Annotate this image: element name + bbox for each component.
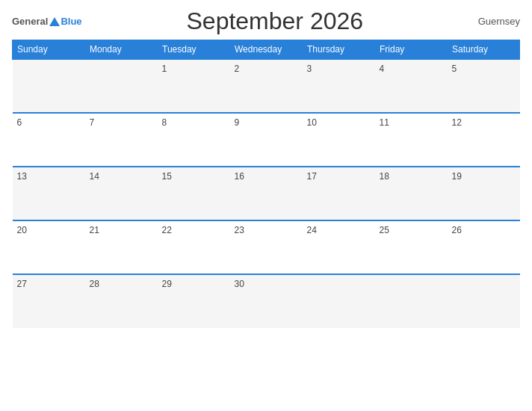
day-number: 30 — [235, 279, 244, 289]
day-cell: 11 — [375, 113, 448, 167]
day-cell: 12 — [448, 113, 520, 167]
day-number: 5 — [452, 64, 457, 74]
day-cell — [375, 274, 448, 328]
day-cell: 13 — [13, 167, 85, 220]
day-number: 13 — [17, 171, 27, 182]
day-number: 17 — [307, 171, 317, 182]
calendar-table: SundayMondayTuesdayWednesdayThursdayFrid… — [12, 40, 520, 328]
day-number: 19 — [452, 171, 462, 182]
day-number: 21 — [90, 225, 99, 235]
day-cell: 14 — [85, 167, 158, 220]
day-cell: 17 — [303, 167, 375, 220]
day-cell: 26 — [448, 220, 520, 274]
day-number: 6 — [17, 117, 22, 128]
day-cell: 4 — [375, 59, 448, 113]
day-cell: 28 — [85, 274, 158, 328]
day-number: 3 — [307, 64, 312, 74]
day-number: 12 — [452, 117, 462, 128]
day-number: 16 — [235, 171, 244, 182]
day-cell: 18 — [375, 167, 448, 220]
day-number: 15 — [162, 171, 172, 182]
day-header-sunday: Sunday — [13, 40, 85, 60]
day-number: 23 — [235, 225, 244, 235]
day-header-thursday: Thursday — [303, 40, 375, 60]
day-cell — [13, 59, 85, 113]
day-cell: 24 — [303, 220, 375, 274]
day-number: 10 — [307, 117, 317, 128]
day-cell: 19 — [448, 167, 520, 220]
logo: General Blue — [12, 16, 82, 27]
day-number: 27 — [17, 279, 27, 289]
day-cell: 30 — [230, 274, 303, 328]
day-cell: 9 — [230, 113, 303, 167]
day-number: 28 — [90, 279, 99, 289]
week-row-3: 13141516171819 — [13, 167, 520, 220]
day-number: 29 — [162, 279, 172, 289]
week-row-5: 27282930 — [13, 274, 520, 328]
day-cell: 16 — [230, 167, 303, 220]
day-number: 20 — [17, 225, 27, 235]
day-number: 26 — [452, 225, 462, 235]
week-row-4: 20212223242526 — [13, 220, 520, 274]
country-label: Guernsey — [468, 16, 520, 27]
day-cell: 3 — [303, 59, 375, 113]
calendar-page: General Blue September 2026 Guernsey Sun… — [0, 0, 532, 411]
day-number: 11 — [380, 117, 389, 128]
day-number: 25 — [380, 225, 389, 235]
day-number: 24 — [307, 225, 317, 235]
day-cell: 2 — [230, 59, 303, 113]
day-cell: 21 — [85, 220, 158, 274]
day-cell: 15 — [158, 167, 230, 220]
calendar-body: 1234567891011121314151617181920212223242… — [13, 59, 520, 328]
day-cell: 23 — [230, 220, 303, 274]
day-cell: 1 — [158, 59, 230, 113]
day-number: 1 — [162, 64, 167, 74]
day-cell: 20 — [13, 220, 85, 274]
day-cell: 8 — [158, 113, 230, 167]
day-number: 7 — [90, 117, 95, 128]
day-number: 4 — [380, 64, 385, 74]
day-number: 18 — [380, 171, 389, 182]
day-header-tuesday: Tuesday — [158, 40, 230, 60]
logo-triangle-icon — [49, 17, 60, 26]
day-header-saturday: Saturday — [448, 40, 520, 60]
day-cell: 5 — [448, 59, 520, 113]
day-cell: 27 — [13, 274, 85, 328]
day-cell: 10 — [303, 113, 375, 167]
day-cell: 22 — [158, 220, 230, 274]
day-cell — [303, 274, 375, 328]
day-cell: 29 — [158, 274, 230, 328]
calendar-header: SundayMondayTuesdayWednesdayThursdayFrid… — [13, 40, 520, 60]
day-number: 22 — [162, 225, 172, 235]
day-number: 8 — [162, 117, 167, 128]
day-number: 14 — [90, 171, 99, 182]
day-header-monday: Monday — [85, 40, 158, 60]
day-cell: 7 — [85, 113, 158, 167]
logo-general-text: General — [12, 16, 48, 27]
day-cell: 25 — [375, 220, 448, 274]
header: General Blue September 2026 Guernsey — [12, 7, 520, 35]
day-number: 9 — [235, 117, 240, 128]
day-header-wednesday: Wednesday — [230, 40, 303, 60]
day-header-row: SundayMondayTuesdayWednesdayThursdayFrid… — [13, 40, 520, 60]
week-row-2: 6789101112 — [13, 113, 520, 167]
calendar-title: September 2026 — [82, 7, 468, 35]
day-number: 2 — [235, 64, 240, 74]
day-cell — [85, 59, 158, 113]
day-cell: 6 — [13, 113, 85, 167]
week-row-1: 12345 — [13, 59, 520, 113]
day-cell — [448, 274, 520, 328]
logo-blue-text: Blue — [61, 16, 81, 27]
day-header-friday: Friday — [375, 40, 448, 60]
